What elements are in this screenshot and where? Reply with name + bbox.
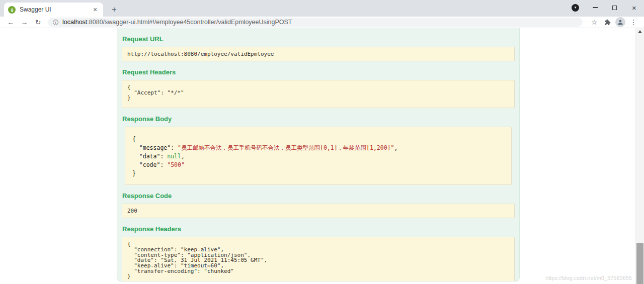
response-code-value: 200 bbox=[122, 204, 515, 218]
request-url-heading: Request URL bbox=[122, 35, 514, 43]
json-brace-open: { bbox=[132, 136, 136, 143]
request-headers-heading: Request Headers bbox=[122, 68, 514, 76]
scrollbar-thumb[interactable] bbox=[636, 243, 643, 284]
maximize-icon bbox=[612, 6, 617, 10]
tab-close-icon[interactable]: × bbox=[91, 6, 99, 13]
swagger-favicon-icon: {} bbox=[8, 6, 16, 14]
page-info-icon[interactable]: i bbox=[53, 20, 58, 25]
json-key-code: "code" bbox=[132, 161, 160, 168]
response-code-heading: Response Code bbox=[122, 192, 514, 200]
tab-strip: {} Swagger UI × + ▾ × bbox=[0, 0, 644, 17]
json-value-data: null bbox=[167, 153, 181, 160]
request-headers-value: { "Accept": "*/*" } bbox=[122, 80, 515, 108]
maximize-button[interactable] bbox=[605, 0, 624, 15]
profile-avatar[interactable] bbox=[614, 17, 627, 27]
response-body-value: { "message": "员工邮箱不合法，员工手机号码不合法，员工类型范围[0… bbox=[125, 127, 512, 185]
csdn-watermark: https://blog.csdn.net/m0_37583655 bbox=[545, 275, 632, 281]
swagger-operation-panel: Request URL http://localhost:8080/employ… bbox=[117, 28, 520, 281]
extensions-icon[interactable] bbox=[601, 17, 614, 27]
window-controls: ▾ × bbox=[566, 0, 644, 15]
browser-toolbar: ← → ↻ i localhost:8080/swagger-ui.html#!… bbox=[0, 17, 644, 28]
response-headers-heading: Response Headers bbox=[122, 225, 514, 233]
page-scrollbar[interactable] bbox=[635, 28, 644, 284]
page-content: Request URL http://localhost:8080/employ… bbox=[0, 28, 644, 284]
window-close-button[interactable]: × bbox=[624, 0, 644, 15]
json-brace-close: } bbox=[132, 170, 136, 177]
puzzle-icon bbox=[604, 19, 611, 26]
url-host: localhost bbox=[62, 19, 87, 26]
scrollbar-up-icon[interactable] bbox=[638, 30, 642, 33]
json-value-code: "500" bbox=[167, 161, 185, 168]
json-key-data: "data" bbox=[132, 153, 160, 160]
request-url-value: http://localhost:8080/employee/validEpml… bbox=[122, 47, 515, 61]
response-headers-value: { "connection": "keep-alive", "content-t… bbox=[122, 237, 515, 281]
url-text: localhost:8080/swagger-ui.html#!/employe… bbox=[62, 19, 292, 26]
new-tab-button[interactable]: + bbox=[108, 4, 121, 16]
reload-icon[interactable]: ↻ bbox=[31, 17, 45, 27]
media-circle-icon: ▾ bbox=[572, 4, 579, 12]
tab-title: Swagger UI bbox=[20, 6, 91, 13]
minimize-icon bbox=[593, 7, 598, 8]
url-bar[interactable]: i localhost:8080/swagger-ui.html#!/emplo… bbox=[48, 18, 583, 27]
forward-icon[interactable]: → bbox=[18, 17, 31, 27]
media-control-button[interactable]: ▾ bbox=[566, 0, 585, 15]
browser-tab-swagger-ui[interactable]: {} Swagger UI × bbox=[4, 3, 103, 17]
avatar-icon bbox=[615, 17, 625, 27]
json-key-message: "message" bbox=[132, 144, 171, 151]
bookmark-star-icon[interactable]: ☆ bbox=[588, 17, 601, 27]
minimize-button[interactable] bbox=[585, 0, 605, 15]
back-icon[interactable]: ← bbox=[4, 17, 18, 27]
url-path: :8080/swagger-ui.html#!/employee45contro… bbox=[87, 19, 292, 26]
browser-menu-icon[interactable]: ⋮ bbox=[627, 17, 640, 27]
response-body-heading: Response Body bbox=[122, 115, 514, 123]
json-value-message: "员工邮箱不合法，员工手机号码不合法，员工类型范围[0,1]，年龄范围[1,20… bbox=[178, 144, 394, 151]
